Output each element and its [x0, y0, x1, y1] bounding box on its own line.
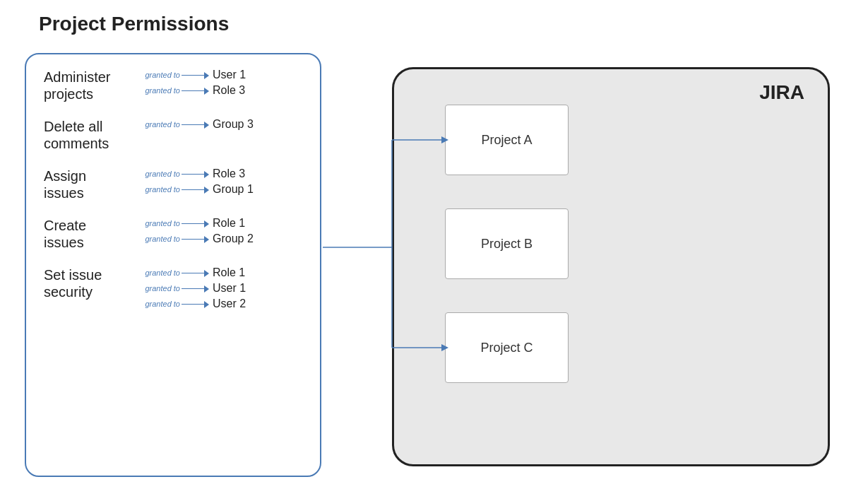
project-c: Project C [445, 312, 569, 383]
perm-name-security: Set issuesecurity [44, 266, 136, 300]
project-b: Project B [445, 208, 569, 279]
grant-row: granted to Group 2 [139, 232, 254, 245]
arrow-line [182, 124, 208, 125]
grant-row: granted to Role 1 [139, 266, 246, 279]
grant-row: granted to Role 3 [139, 167, 254, 180]
perm-grants-create: granted to Role 1 granted to Group 2 [139, 217, 254, 248]
granted-to-label: granted to [139, 219, 180, 228]
grant-row: granted to Group 3 [139, 118, 254, 131]
arrow-line [182, 90, 208, 91]
grant-row: granted to Role 1 [139, 217, 254, 230]
granted-to-label: granted to [139, 170, 180, 178]
grant-target: Role 1 [213, 266, 245, 279]
granted-to-label: granted to [139, 120, 180, 129]
project-a-label: Project A [481, 133, 532, 148]
granted-to-label: granted to [139, 185, 180, 194]
granted-to-label: granted to [139, 235, 180, 243]
grant-row: granted to User 1 [139, 69, 246, 81]
grant-target: User 1 [213, 69, 246, 81]
arrow-line [182, 189, 208, 190]
arrow-line [182, 239, 208, 240]
permission-set-issue-security: Set issuesecurity granted to Role 1 gran… [44, 266, 302, 313]
project-b-label: Project B [481, 237, 533, 252]
grant-target: Group 1 [213, 183, 254, 196]
permission-administer-projects: Administerprojects granted to User 1 gra… [44, 69, 302, 102]
arrow-line [182, 304, 208, 305]
perm-name-create: Createissues [44, 217, 136, 251]
grant-row: granted to User 1 [139, 282, 246, 295]
arrow-line [182, 174, 208, 175]
arrow-line [182, 223, 208, 224]
granted-to-label: granted to [139, 300, 180, 308]
grant-target: Role 1 [213, 217, 245, 230]
granted-to-label: granted to [139, 269, 180, 277]
project-a: Project A [445, 105, 569, 175]
granted-to-label: granted to [139, 86, 180, 95]
permission-create-issues: Createissues granted to Role 1 granted t… [44, 217, 302, 251]
grant-target: Role 3 [213, 167, 245, 180]
grant-row: granted to Group 1 [139, 183, 254, 196]
grant-target: Group 3 [213, 118, 254, 131]
grant-target: Group 2 [213, 232, 254, 245]
arrow-line [182, 273, 208, 273]
granted-to-label: granted to [139, 284, 180, 293]
grant-row: granted to Role 3 [139, 84, 246, 97]
project-c-label: Project C [480, 341, 533, 355]
jira-label: JIRA [759, 81, 804, 104]
perm-grants-security: granted to Role 1 granted to User 1 gran… [139, 266, 246, 313]
perm-name-delete: Delete allcomments [44, 118, 136, 152]
grant-row: granted to User 2 [139, 297, 246, 310]
arrow-line [182, 75, 208, 76]
perm-grants-delete: granted to Group 3 [139, 118, 254, 134]
grant-target: User 2 [213, 297, 246, 310]
permission-assign-issues: Assignissues granted to Role 3 granted t… [44, 167, 302, 201]
page-title: Project Permissions [39, 13, 229, 35]
perm-grants-administer: granted to User 1 granted to Role 3 [139, 69, 246, 100]
permission-delete-comments: Delete allcomments granted to Group 3 [44, 118, 302, 152]
arrow-line [182, 288, 208, 289]
perm-name-assign: Assignissues [44, 167, 136, 201]
permissions-box: Administerprojects granted to User 1 gra… [25, 53, 321, 477]
granted-to-label: granted to [139, 71, 180, 79]
grant-target: User 1 [213, 282, 246, 295]
perm-name-administer: Administerprojects [44, 69, 136, 102]
grant-target: Role 3 [213, 84, 245, 97]
perm-grants-assign: granted to Role 3 granted to Group 1 [139, 167, 254, 199]
